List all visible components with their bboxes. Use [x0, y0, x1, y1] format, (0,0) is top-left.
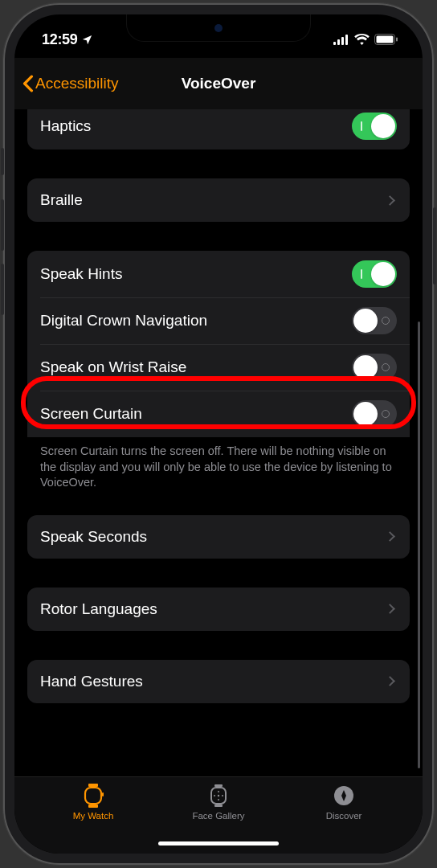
scrollbar[interactable]: [418, 321, 420, 768]
toggle-knob: [353, 309, 378, 333]
notch: [126, 14, 311, 42]
svg-rect-10: [102, 792, 104, 796]
group-speak-seconds: Speak Seconds: [27, 515, 410, 559]
battery-icon: [374, 34, 398, 45]
group-braille: Braille: [27, 178, 410, 222]
content[interactable]: Haptics Braille Speak Hints Digital Crow…: [14, 109, 423, 776]
row-hand-gestures[interactable]: Hand Gestures: [27, 660, 410, 703]
volume-up-button: [1, 199, 4, 251]
group-haptics: Haptics: [27, 109, 410, 149]
row-wrist-raise[interactable]: Speak on Wrist Raise: [27, 344, 410, 391]
row-speak-seconds[interactable]: Speak Seconds: [27, 515, 410, 559]
volume-down-button: [1, 264, 4, 315]
row-label: Speak Hints: [40, 265, 352, 283]
toggle-digital-crown[interactable]: [352, 307, 397, 334]
svg-rect-1: [337, 39, 340, 45]
row-digital-crown[interactable]: Digital Crown Navigation: [27, 297, 410, 344]
status-time: 12:59: [42, 31, 78, 48]
toggle-knob: [371, 114, 395, 138]
row-label: Braille: [40, 191, 386, 209]
status-right: [333, 34, 398, 45]
row-label: Haptics: [40, 117, 352, 135]
row-label: Digital Crown Navigation: [40, 312, 352, 330]
tab-discover[interactable]: Discover: [304, 784, 384, 854]
chevron-right-icon: [385, 531, 395, 542]
watch-icon: [81, 784, 105, 808]
toggle-speak-hints[interactable]: [352, 260, 397, 288]
back-button[interactable]: Accessibility: [22, 75, 118, 92]
svg-rect-7: [88, 784, 98, 787]
toggle-haptics[interactable]: [352, 113, 397, 140]
tab-label: Face Gallery: [192, 811, 244, 821]
row-label: Hand Gestures: [40, 673, 386, 690]
svg-rect-0: [333, 42, 336, 45]
cellular-icon: [333, 35, 349, 45]
row-haptics[interactable]: Haptics: [27, 109, 410, 149]
group-speak: Speak Hints Digital Crown Navigation Spe…: [27, 251, 410, 491]
toggle-knob: [371, 262, 395, 286]
chevron-right-icon: [385, 195, 395, 206]
toggle-screen-curtain[interactable]: [352, 400, 397, 428]
chevron-left-icon: [22, 75, 34, 92]
side-button: [1, 148, 4, 175]
svg-rect-8: [88, 805, 98, 808]
tab-label: My Watch: [73, 811, 114, 821]
chevron-right-icon: [385, 604, 395, 614]
camera-dot: [214, 24, 223, 32]
row-label: Rotor Languages: [40, 600, 386, 618]
svg-rect-2: [341, 37, 344, 45]
group-rotor: Rotor Languages: [27, 588, 410, 631]
compass-icon: [332, 784, 356, 808]
svg-rect-5: [377, 36, 394, 43]
svg-point-16: [218, 799, 219, 800]
svg-rect-9: [85, 788, 101, 804]
svg-rect-6: [396, 38, 398, 42]
svg-rect-12: [214, 805, 223, 807]
home-indicator[interactable]: [158, 841, 279, 845]
svg-point-18: [222, 795, 223, 796]
row-braille[interactable]: Braille: [27, 178, 410, 222]
nav-bar: Accessibility VoiceOver: [14, 58, 423, 109]
row-screen-curtain[interactable]: Screen Curtain: [27, 391, 410, 437]
toggle-knob: [353, 402, 378, 426]
wifi-icon: [354, 34, 370, 45]
row-label: Screen Curtain: [40, 405, 352, 423]
svg-point-17: [214, 795, 215, 796]
row-label: Speak Seconds: [40, 528, 386, 546]
screen: 12:59 Accessibility: [14, 14, 423, 854]
phone-frame: 12:59 Accessibility: [3, 3, 434, 865]
svg-rect-3: [345, 35, 348, 45]
back-label: Accessibility: [35, 75, 118, 92]
group-hand: Hand Gestures: [27, 660, 410, 703]
row-speak-hints[interactable]: Speak Hints: [27, 251, 410, 297]
location-arrow-icon: [81, 34, 93, 46]
svg-point-14: [218, 795, 219, 796]
svg-point-15: [218, 791, 219, 792]
toggle-knob: [353, 355, 378, 379]
row-rotor-languages[interactable]: Rotor Languages: [27, 588, 410, 631]
power-button: [433, 207, 436, 285]
svg-rect-11: [214, 784, 223, 787]
row-label: Speak on Wrist Raise: [40, 358, 352, 376]
tab-label: Discover: [326, 811, 362, 821]
tab-my-watch[interactable]: My Watch: [53, 784, 133, 854]
status-left: 12:59: [42, 31, 93, 48]
chevron-right-icon: [385, 676, 395, 686]
watch-face-icon: [206, 784, 231, 808]
toggle-wrist-raise[interactable]: [352, 354, 397, 381]
footer-screen-curtain: Screen Curtain turns the screen off. The…: [27, 437, 410, 491]
